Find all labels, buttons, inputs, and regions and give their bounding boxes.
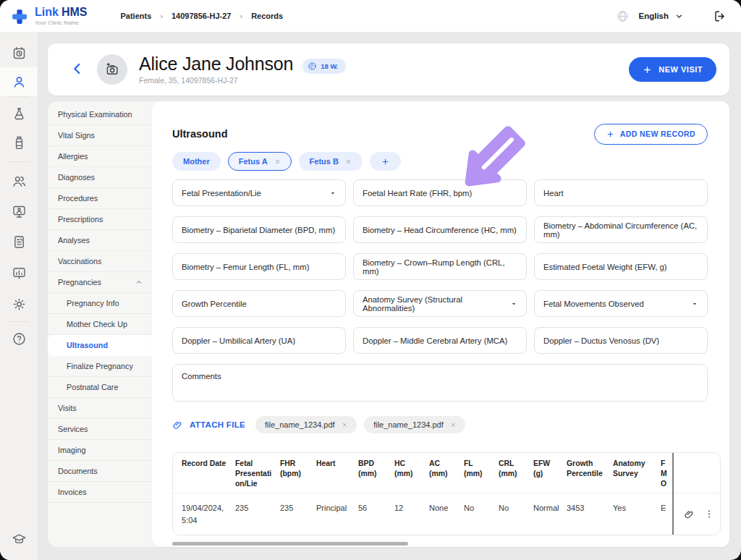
field-doppler-ductus-venosus-dv[interactable]: Doppler – Ductus Venosus (DV) xyxy=(534,327,708,354)
rail-item-education[interactable] xyxy=(0,525,38,553)
field-estimated-foetal-weight-efw-g[interactable]: Estimated Foetal Weight (EFW, g) xyxy=(534,253,708,280)
logout-button[interactable] xyxy=(713,9,727,23)
tab-fetus-a[interactable]: Fetus A xyxy=(228,152,292,171)
field-anatomy-survey-structural-abnormalities[interactable]: Anatomy Survey (Structural Abnormalities… xyxy=(353,290,527,317)
sidebar-item-analyses[interactable]: Analyses xyxy=(48,230,152,251)
rail-item-telemedicine[interactable] xyxy=(0,197,38,226)
sidebar-item-postnatal-care[interactable]: Postnatal Care xyxy=(48,377,152,398)
table-row[interactable]: 19/04/2024, 5:04235235Principal5612NoneN… xyxy=(173,493,720,535)
rail-item-reports[interactable] xyxy=(0,258,38,287)
sidebar-item-mother-check-up[interactable]: Mother Check Up xyxy=(48,314,152,335)
back-button[interactable] xyxy=(68,60,87,79)
tab-label: Fetus B xyxy=(310,157,339,166)
rail-divider xyxy=(7,96,30,97)
table-cell: 235 xyxy=(280,502,316,514)
rail-item-help[interactable] xyxy=(0,324,38,353)
sidebar-item-documents[interactable]: Documents xyxy=(48,461,152,482)
tab-fetus-b[interactable]: Fetus B xyxy=(299,152,363,171)
table-cell: 56 xyxy=(358,502,394,514)
record-sidenav: Physical ExaminationVital SignsAllergies… xyxy=(48,101,152,503)
attachment-chip: file_name_1234.pdf xyxy=(255,416,357,433)
field-placeholder: Biometry – Abdominal Circumference (AC, … xyxy=(543,221,698,239)
sidebar-item-pregnancy-info[interactable]: Pregnancy Info xyxy=(48,293,152,314)
breadcrumb-patients[interactable]: Patients xyxy=(120,12,151,20)
column-header-fl-mm: FL (mm) xyxy=(464,459,499,479)
brand-name: LinkHMS xyxy=(35,7,87,18)
more-vert-icon xyxy=(704,509,714,519)
breadcrumb-patient-id[interactable]: 14097856-HJ-27 xyxy=(172,12,232,20)
sidebar-item-vital-signs[interactable]: Vital Signs xyxy=(48,125,152,146)
close-icon[interactable] xyxy=(345,158,352,165)
field-heart[interactable]: Heart xyxy=(534,179,708,206)
attachment-name: file_name_1234.pdf xyxy=(373,420,444,429)
field-placeholder: Biometry – Crown–Rump Length (CRL, mm) xyxy=(363,258,517,276)
field-fetal-movements-observed[interactable]: Fetal Movements Observed xyxy=(534,290,708,317)
field-biometry-femur-length-fl-mm[interactable]: Biometry – Femur Length (FL, mm) xyxy=(172,253,346,280)
table-cell: No xyxy=(499,502,533,514)
rail-item-patients[interactable] xyxy=(0,67,38,96)
app-logo[interactable]: LinkHMS Your Clinic Name xyxy=(10,7,87,26)
horizontal-scrollbar-thumb[interactable] xyxy=(172,542,408,546)
new-visit-button[interactable]: NEW VISIT xyxy=(629,57,716,82)
rail-item-calendar[interactable] xyxy=(0,38,38,67)
tab-mother[interactable]: Mother xyxy=(172,152,221,171)
sidebar-item-finalize-pregnancy[interactable]: Finalize Pregnancy xyxy=(48,356,152,377)
field-placeholder: Biometry – Femur Length (FL, mm) xyxy=(182,263,309,271)
table-cell: 12 xyxy=(394,502,429,514)
sidebar-item-prescriptions[interactable]: Prescriptions xyxy=(48,209,152,230)
attachments-row: ATTACH FILE file_name_1234.pdffile_name_… xyxy=(172,416,708,433)
attach-file-button[interactable]: ATTACH FILE xyxy=(172,420,245,430)
patient-card: Alice Jane Johnson 18 W. Female, 35, 140… xyxy=(48,43,729,96)
sidebar-item-allergies[interactable]: Allergies xyxy=(48,146,152,167)
field-biometry-abdominal-circumference-ac-mm[interactable]: Biometry – Abdominal Circumference (AC, … xyxy=(534,216,708,243)
sidebar-item-invoices[interactable]: Invoices xyxy=(48,482,152,503)
sidebar-item-services[interactable]: Services xyxy=(48,419,152,440)
sidebar-item-imaging[interactable]: Imaging xyxy=(48,440,152,461)
comments-input[interactable] xyxy=(172,364,708,402)
breadcrumb-records: Records xyxy=(251,12,283,20)
sidebar-item-label: Pregnancy Info xyxy=(67,299,119,307)
sidebar-item-label: Vital Signs xyxy=(58,131,95,140)
sidebar-item-diagnoses[interactable]: Diagnoses xyxy=(48,167,152,188)
sidebar-item-procedures[interactable]: Procedures xyxy=(48,188,152,209)
field-biometry-biparietal-diameter-bpd-mm[interactable]: Biometry – Biparietal Diameter (BPD, mm) xyxy=(172,216,346,243)
sidebar-item-ultrasound[interactable]: Ultrasound xyxy=(48,335,152,356)
brand-tagline: Your Clinic Name xyxy=(35,20,87,26)
sidebar-item-vaccinations[interactable]: Vaccinations xyxy=(48,251,152,272)
rail-item-pharmacy[interactable] xyxy=(0,128,38,157)
language-selector[interactable]: English xyxy=(638,12,684,21)
add-new-record-button[interactable]: ADD NEW RECORD xyxy=(594,124,708,145)
field-doppler-middle-cerebral-artery-mca[interactable]: Doppler – Middle Cerebral Artery (MCA) xyxy=(353,327,527,354)
paperclip-icon xyxy=(172,420,183,430)
column-header-bpd-mm: BPD (mm) xyxy=(358,459,394,479)
field-fetal-presentation-lie[interactable]: Fetal Presentation/Lie xyxy=(172,179,346,206)
rail-item-staff[interactable] xyxy=(0,166,38,195)
remove-attachment-icon[interactable] xyxy=(342,422,348,428)
language-label: English xyxy=(638,12,669,20)
rail-item-settings[interactable] xyxy=(0,289,38,318)
sidebar-item-physical-examination[interactable]: Physical Examination xyxy=(48,104,152,125)
rail-item-billing[interactable] xyxy=(0,227,38,256)
table-cell: E xyxy=(661,502,672,514)
pregnancy-weeks: 18 W. xyxy=(321,62,338,70)
table-cell: None xyxy=(429,502,464,514)
add-subject-tab-button[interactable] xyxy=(370,152,401,171)
field-foetal-heart-rate-fhr-bpm[interactable]: Foetal Heart Rate (FHR, bpm) xyxy=(353,179,527,206)
sidebar-item-label: Ultrasound xyxy=(67,341,108,349)
field-growth-percentile[interactable]: Growth Percentile xyxy=(172,290,346,317)
sidebar-item-label: Services xyxy=(58,425,88,433)
horizontal-scrollbar xyxy=(172,542,708,546)
row-menu-button[interactable] xyxy=(704,509,714,519)
close-icon[interactable] xyxy=(274,158,281,165)
field-biometry-crown-rump-length-crl-mm[interactable]: Biometry – Crown–Rump Length (CRL, mm) xyxy=(353,253,527,280)
patient-avatar[interactable] xyxy=(97,54,127,85)
field-biometry-head-circumference-hc-mm[interactable]: Biometry – Head Circumference (HC, mm) xyxy=(353,216,527,243)
sidebar-item-visits[interactable]: Visits xyxy=(48,398,152,419)
sidebar-item-pregnancies[interactable]: Pregnancies xyxy=(48,272,152,293)
field-placeholder: Growth Percentile xyxy=(182,300,247,308)
field-doppler-umbilical-artery-ua[interactable]: Doppler – Umbilical Artery (UA) xyxy=(172,327,346,354)
remove-attachment-icon[interactable] xyxy=(450,422,457,428)
row-attachment-button[interactable] xyxy=(684,509,695,519)
rail-item-lab[interactable] xyxy=(0,99,38,128)
caret-down-icon xyxy=(329,190,336,197)
